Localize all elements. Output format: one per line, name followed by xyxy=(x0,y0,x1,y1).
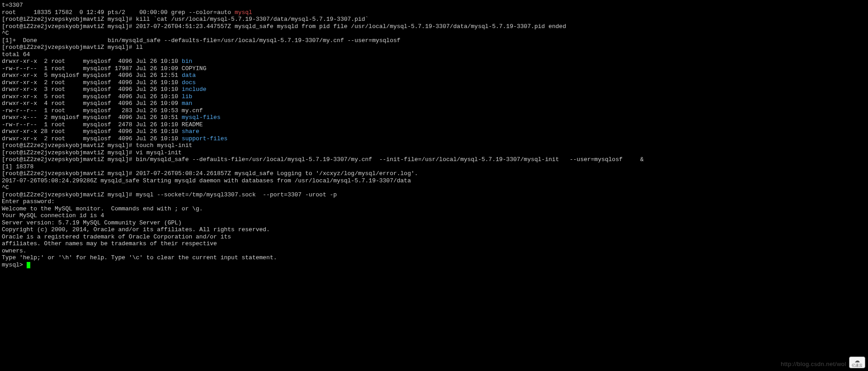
terminal-line: drwxr-xr-x 3 root mysqlosf 4096 Jul 26 1… xyxy=(2,86,866,93)
terminal-line: [root@iZ2ze2jvzepskyobjmavtiZ mysql]# vi… xyxy=(2,149,866,157)
terminal-text-segment: t=3307 xyxy=(2,2,23,9)
terminal-text-segment: root 18335 17582 0 12:49 pts/2 00:00:00 … xyxy=(2,9,235,16)
terminal-text-segment: mysql> xyxy=(2,262,27,268)
terminal-text-segment: drwxr-xr-x 5 mysqlosf mysqlosf 4096 Jul … xyxy=(2,72,182,79)
terminal-line: drwxr-xr-x 5 mysqlosf mysqlosf 4096 Jul … xyxy=(2,72,866,79)
terminal-text-segment: Your MySQL connection id is 4 xyxy=(2,212,104,219)
terminal-text-segment: [root@iZ2ze2jvzepskyobjmavtiZ mysql]# ll xyxy=(2,44,143,51)
terminal-line: affiliates. Other names may be trademark… xyxy=(2,240,866,247)
terminal-text-segment: Server version: 5.7.19 MySQL Community S… xyxy=(2,219,182,226)
terminal-text-segment: [1] 18378 xyxy=(2,163,33,170)
terminal-text-segment: drwxr-xr-x 2 root mysqlosf 4096 Jul 26 1… xyxy=(2,135,182,142)
terminal-text-segment: mysql-files xyxy=(182,114,221,121)
terminal-text-segment: drwxr-xr-x 2 root mysqlosf 4096 Jul 26 1… xyxy=(2,58,182,65)
terminal-line: Type 'help;' or '\h' for help. Type '\c'… xyxy=(2,254,866,262)
terminal-line: [root@iZ2ze2jvzepskyobjmavtiZ mysql]# ll xyxy=(2,44,866,51)
terminal-text-segment: man xyxy=(182,100,192,107)
terminal-text-segment: Type 'help;' or '\h' for help. Type '\c'… xyxy=(2,254,277,261)
terminal-line: Server version: 5.7.19 MySQL Community S… xyxy=(2,219,866,227)
terminal-text-segment: [root@iZ2ze2jvzepskyobjmavtiZ mysql]# my… xyxy=(2,191,337,198)
watermark-text: http://blog.csdn.net/wol xyxy=(781,361,846,368)
terminal-text-segment: -rw-r--r-- 1 root mysqlosf 283 Jul 26 10… xyxy=(2,107,203,114)
terminal-text-segment: Enter password: xyxy=(2,198,55,205)
terminal-text-segment: share xyxy=(182,128,199,135)
terminal-line: drwxr-xr-x 2 root mysqlosf 4096 Jul 26 1… xyxy=(2,58,866,65)
terminal-line: Enter password: xyxy=(2,198,866,205)
terminal-text-segment: -rw-r--r-- 1 root mysqlosf 17987 Jul 26 … xyxy=(2,65,206,72)
terminal-text-segment: [root@iZ2ze2jvzepskyobjmavtiZ mysql]# to… xyxy=(2,142,192,149)
terminal-text-segment: [1]+ Done bin/mysqld_safe --defaults-fil… xyxy=(2,37,401,44)
terminal-line: root 18335 17582 0 12:49 pts/2 00:00:00 … xyxy=(2,9,866,16)
terminal-line: [root@iZ2ze2jvzepskyobjmavtiZ mysql]# bi… xyxy=(2,156,866,163)
terminal-text-segment: docs xyxy=(182,79,196,86)
terminal-line: [root@iZ2ze2jvzepskyobjmavtiZ mysql]# ki… xyxy=(2,16,866,23)
terminal-text-segment: drwxr-xr-x 28 root mysqlosf 4096 Jul 26 … xyxy=(2,128,182,135)
terminal-text-segment: lib xyxy=(182,93,192,100)
terminal-line: drwxr-xr-x 5 root mysqlosf 4096 Jul 26 1… xyxy=(2,93,866,100)
terminal-line: t=3307 xyxy=(2,2,866,9)
terminal-line: [1] 18378 xyxy=(2,163,866,171)
terminal-line: Copyright (c) 2000, 2014, Oracle and/or … xyxy=(2,226,866,233)
terminal-text-segment: drwxr-x--- 2 mysqlosf mysqlosf 4096 Jul … xyxy=(2,114,182,121)
badge-label: 亿速云 xyxy=(852,363,863,367)
terminal-text-segment: [root@iZ2ze2jvzepskyobjmavtiZ mysql]# ki… xyxy=(2,16,368,23)
terminal-text-segment: owners. xyxy=(2,247,27,254)
terminal-line: ^C xyxy=(2,184,866,191)
terminal-line: drwxr-xr-x 2 root mysqlosf 4096 Jul 26 1… xyxy=(2,79,866,86)
terminal-text-segment: Oracle is a registered trademark of Orac… xyxy=(2,233,231,240)
cloud-icon: ☁ xyxy=(854,358,860,363)
provider-badge: ☁ 亿速云 xyxy=(849,357,865,368)
terminal-line: 2017-07-26T05:08:24.299286Z mysqld_safe … xyxy=(2,177,866,185)
terminal-line: drwxr-xr-x 28 root mysqlosf 4096 Jul 26 … xyxy=(2,128,866,135)
terminal-text-segment: include xyxy=(182,86,207,93)
terminal-text-segment: 2017-07-26T05:08:24.299286Z mysqld_safe … xyxy=(2,177,411,184)
terminal-text-segment: drwxr-xr-x 4 root mysqlosf 4096 Jul 26 1… xyxy=(2,100,182,107)
terminal-line: mysql> xyxy=(2,262,866,269)
terminal-line: total 64 xyxy=(2,51,866,58)
terminal-line: -rw-r--r-- 1 root mysqlosf 283 Jul 26 10… xyxy=(2,107,866,114)
terminal-line: -rw-r--r-- 1 root mysqlosf 17987 Jul 26 … xyxy=(2,65,866,72)
terminal-text-segment: Copyright (c) 2000, 2014, Oracle and/or … xyxy=(2,226,270,233)
terminal-text-segment: Welcome to the MySQL monitor. Commands e… xyxy=(2,205,203,212)
terminal-text-segment: data xyxy=(182,72,196,79)
terminal-text-segment: [root@iZ2ze2jvzepskyobjmavtiZ mysql]# 20… xyxy=(2,23,566,30)
terminal-line: ^C xyxy=(2,30,866,37)
terminal-text-segment: drwxr-xr-x 2 root mysqlosf 4096 Jul 26 1… xyxy=(2,79,182,86)
terminal-line: owners. xyxy=(2,247,866,255)
terminal-line: drwxr-xr-x 2 root mysqlosf 4096 Jul 26 1… xyxy=(2,135,866,143)
terminal-line: [root@iZ2ze2jvzepskyobjmavtiZ mysql]# to… xyxy=(2,142,866,149)
terminal-line: [root@iZ2ze2jvzepskyobjmavtiZ mysql]# 20… xyxy=(2,23,866,30)
terminal-text-segment: bin xyxy=(182,58,192,65)
terminal-text-segment: drwxr-xr-x 3 root mysqlosf 4096 Jul 26 1… xyxy=(2,86,182,93)
terminal-line: [1]+ Done bin/mysqld_safe --defaults-fil… xyxy=(2,37,866,44)
terminal-text-segment: affiliates. Other names may be trademark… xyxy=(2,240,217,247)
terminal-line: [root@iZ2ze2jvzepskyobjmavtiZ mysql]# my… xyxy=(2,191,866,199)
terminal-line: Your MySQL connection id is 4 xyxy=(2,212,866,219)
terminal-text-segment: mysql xyxy=(235,9,252,16)
terminal-text-segment: support-files xyxy=(182,135,227,142)
terminal-text-segment: total 64 xyxy=(2,51,30,58)
terminal-line: drwxr-x--- 2 mysqlosf mysqlosf 4096 Jul … xyxy=(2,114,866,121)
cursor-icon xyxy=(27,262,30,268)
terminal-text-segment: ^C xyxy=(2,30,9,37)
terminal-text-segment: ^C xyxy=(2,184,9,191)
terminal-text-segment: drwxr-xr-x 5 root mysqlosf 4096 Jul 26 1… xyxy=(2,93,182,100)
terminal-text-segment: [root@iZ2ze2jvzepskyobjmavtiZ mysql]# vi… xyxy=(2,149,182,156)
terminal-text-segment: -rw-r--r-- 1 root mysqlosf 2478 Jul 26 1… xyxy=(2,121,203,128)
terminal-line: [root@iZ2ze2jvzepskyobjmavtiZ mysql]# 20… xyxy=(2,170,866,177)
terminal-line: -rw-r--r-- 1 root mysqlosf 2478 Jul 26 1… xyxy=(2,121,866,128)
terminal-line: Oracle is a registered trademark of Orac… xyxy=(2,233,866,241)
terminal-output[interactable]: t=3307root 18335 17582 0 12:49 pts/2 00:… xyxy=(0,0,868,270)
terminal-text-segment: [root@iZ2ze2jvzepskyobjmavtiZ mysql]# bi… xyxy=(2,156,644,163)
terminal-line: drwxr-xr-x 4 root mysqlosf 4096 Jul 26 1… xyxy=(2,100,866,107)
terminal-line: Welcome to the MySQL monitor. Commands e… xyxy=(2,205,866,213)
terminal-text-segment: [root@iZ2ze2jvzepskyobjmavtiZ mysql]# 20… xyxy=(2,170,418,177)
